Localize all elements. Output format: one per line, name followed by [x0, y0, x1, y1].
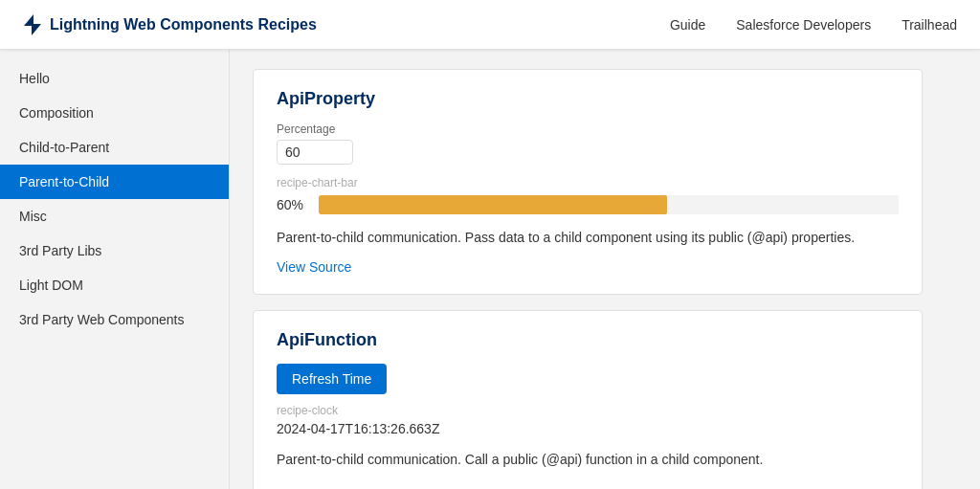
- sidebar-item-3rd-party-web[interactable]: 3rd Party Web Components: [0, 302, 229, 337]
- layout: Hello Composition Child-to-Parent Parent…: [0, 50, 980, 489]
- sidebar-item-hello[interactable]: Hello: [0, 61, 229, 96]
- chart-bar-track: [319, 195, 899, 214]
- view-source-link[interactable]: View Source: [277, 259, 351, 275]
- api-property-title: ApiProperty: [277, 89, 899, 109]
- percentage-label: Percentage: [277, 122, 899, 136]
- main-content: ApiProperty Percentage recipe-chart-bar …: [230, 50, 980, 489]
- api-property-description: Parent-to-child communication. Pass data…: [277, 228, 899, 248]
- chart-bar-label: recipe-chart-bar: [277, 176, 899, 189]
- api-function-title: ApiFunction: [277, 330, 899, 350]
- svg-marker-0: [24, 14, 41, 35]
- clock-label: recipe-clock: [277, 404, 899, 417]
- header-nav: Guide Salesforce Developers Trailhead: [670, 17, 957, 33]
- sidebar-item-parent-to-child[interactable]: Parent-to-Child: [0, 165, 229, 199]
- sidebar-item-child-to-parent[interactable]: Child-to-Parent: [0, 130, 229, 165]
- api-function-card: ApiFunction Refresh Time recipe-clock 20…: [253, 310, 923, 489]
- percentage-input[interactable]: [277, 140, 353, 165]
- sidebar-item-misc[interactable]: Misc: [0, 199, 229, 233]
- sidebar-item-3rd-party-libs[interactable]: 3rd Party Libs: [0, 233, 229, 268]
- chart-bar-fill: [319, 195, 667, 214]
- nav-trailhead[interactable]: Trailhead: [902, 17, 957, 33]
- logo-link[interactable]: Lightning Web Components Recipes: [23, 15, 317, 34]
- header: Lightning Web Components Recipes Guide S…: [0, 0, 980, 50]
- refresh-time-button[interactable]: Refresh Time: [277, 364, 387, 394]
- chart-bar-container: 60%: [277, 195, 899, 214]
- bolt-icon: [23, 15, 42, 34]
- api-function-description: Parent-to-child communication. Call a pu…: [277, 450, 899, 470]
- clock-value: 2024-04-17T16:13:26.663Z: [277, 421, 899, 436]
- nav-salesforce-developers[interactable]: Salesforce Developers: [736, 17, 871, 33]
- sidebar-item-light-dom[interactable]: Light DOM: [0, 268, 229, 302]
- sidebar-item-composition[interactable]: Composition: [0, 96, 229, 130]
- nav-guide[interactable]: Guide: [670, 17, 705, 33]
- app-title: Lightning Web Components Recipes: [50, 16, 317, 33]
- chart-bar-percent-label: 60%: [277, 197, 311, 212]
- api-property-card: ApiProperty Percentage recipe-chart-bar …: [253, 69, 923, 295]
- sidebar: Hello Composition Child-to-Parent Parent…: [0, 50, 230, 489]
